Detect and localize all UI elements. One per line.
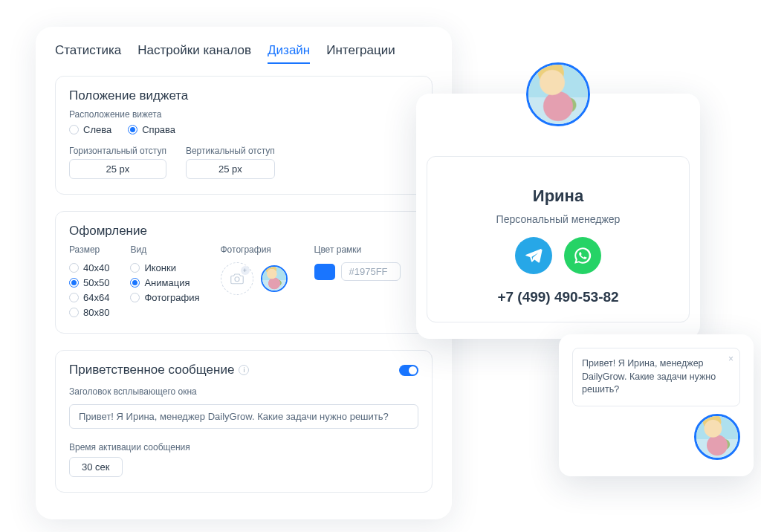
delay-input[interactable]: 30 сек bbox=[69, 457, 123, 477]
radio-position-left-label: Слева bbox=[83, 124, 111, 135]
settings-panel: Статистика Настройки каналов Дизайн Инте… bbox=[36, 27, 452, 519]
popup-avatar[interactable] bbox=[694, 414, 740, 460]
size-label: Размер bbox=[69, 244, 109, 255]
photo-upload-button[interactable]: + bbox=[221, 262, 253, 295]
whatsapp-button[interactable] bbox=[564, 237, 601, 274]
camera-icon bbox=[230, 273, 244, 285]
tab-design[interactable]: Дизайн bbox=[268, 43, 310, 64]
frame-color-label: Цвет рамки bbox=[314, 244, 401, 255]
radio-type-animation[interactable]: Анимация bbox=[130, 277, 199, 288]
greeting-toggle[interactable] bbox=[399, 365, 418, 376]
tabs: Статистика Настройки каналов Дизайн Инте… bbox=[55, 43, 433, 64]
h-offset-label: Горизонтальный отступ bbox=[69, 146, 166, 156]
v-offset-input[interactable]: 25 px bbox=[186, 159, 275, 179]
radio-size-50[interactable]: 50x50 bbox=[69, 277, 109, 288]
panel-appearance-title: Офомрление bbox=[69, 224, 418, 239]
whatsapp-icon bbox=[573, 246, 592, 265]
radio-size-80[interactable]: 80x80 bbox=[69, 307, 109, 318]
widget-name: Ирина bbox=[533, 186, 583, 206]
photo-label: Фотография bbox=[221, 244, 288, 255]
selected-photo[interactable] bbox=[261, 265, 288, 292]
color-swatch[interactable] bbox=[314, 264, 335, 280]
tab-integrations[interactable]: Интеграции bbox=[326, 43, 395, 64]
v-offset-label: Вертикальный отступ bbox=[186, 146, 275, 156]
radio-size-40[interactable]: 40x40 bbox=[69, 262, 109, 273]
panel-greeting-title: Приветственное сообщение bbox=[69, 363, 234, 377]
popup-speech: Привет! Я Ирина, менеджер DailyGrow. Как… bbox=[572, 348, 740, 406]
placement-label: Расположение вижета bbox=[69, 109, 418, 120]
widget-preview: Ирина Персональный менеджер +7 (499) 490… bbox=[416, 94, 700, 339]
radio-type-icons[interactable]: Иконки bbox=[130, 262, 199, 273]
widget-avatar bbox=[526, 62, 590, 126]
panel-position-title: Положение виджета bbox=[69, 88, 418, 103]
widget-phone[interactable]: +7 (499) 490-53-82 bbox=[497, 289, 618, 305]
widget-role: Персональный менеджер bbox=[496, 213, 621, 225]
panel-appearance: Офомрление Размер 40x40 50x50 64x64 80x8… bbox=[55, 211, 433, 334]
panel-greeting: Приветственное сообщение i Заголовок всп… bbox=[55, 350, 433, 493]
h-offset-input[interactable]: 25 px bbox=[69, 159, 166, 179]
telegram-button[interactable] bbox=[515, 237, 552, 274]
radio-size-64[interactable]: 64x64 bbox=[69, 292, 109, 303]
radio-type-photo[interactable]: Фотография bbox=[130, 292, 199, 303]
popup-header-input[interactable] bbox=[69, 404, 418, 429]
popup-preview: Привет! Я Ирина, менеджер DailyGrow. Как… bbox=[559, 334, 754, 476]
close-icon[interactable]: × bbox=[728, 353, 734, 366]
radio-position-left[interactable]: Слева bbox=[69, 124, 111, 135]
type-label: Вид bbox=[130, 244, 199, 255]
radio-position-right[interactable]: Справа bbox=[128, 124, 175, 135]
color-input[interactable]: #1975FF bbox=[341, 262, 401, 281]
plus-icon: + bbox=[241, 266, 250, 275]
info-icon[interactable]: i bbox=[239, 365, 249, 375]
tab-channels[interactable]: Настройки каналов bbox=[137, 43, 251, 64]
svg-point-0 bbox=[235, 277, 239, 282]
telegram-icon bbox=[524, 246, 543, 265]
delay-label: Время активации сообщения bbox=[69, 442, 418, 452]
panel-position: Положение виджета Расположение вижета Сл… bbox=[55, 76, 433, 195]
popup-text: Привет! Я Ирина, менеджер DailyGrow. Как… bbox=[582, 358, 716, 395]
tab-stats[interactable]: Статистика bbox=[55, 43, 121, 64]
radio-position-right-label: Справа bbox=[142, 124, 175, 135]
popup-header-label: Заголовок всплывающего окна bbox=[69, 386, 418, 397]
